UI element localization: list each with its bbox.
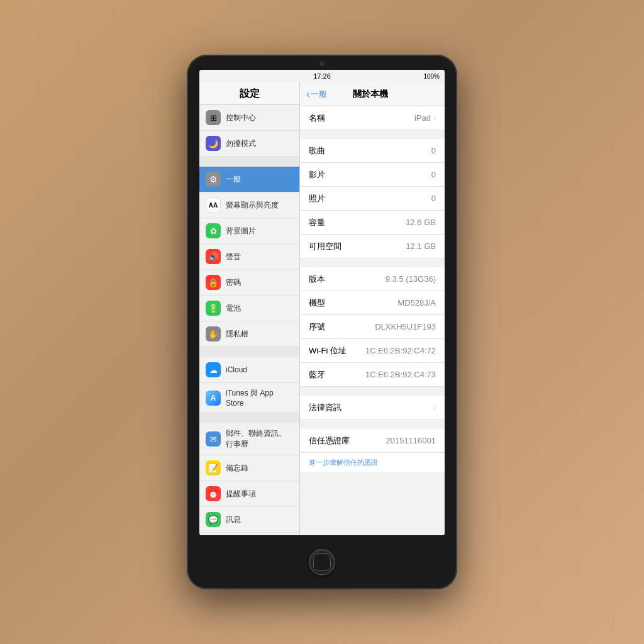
value-model: MD528J/A <box>397 298 436 308</box>
status-time: 17:26 <box>313 72 331 80</box>
sidebar-item-battery[interactable]: 🔋 電池 <box>199 296 299 321</box>
passcode-icon: 🔒 <box>206 275 221 290</box>
battery-icon: 🔋 <box>206 301 221 316</box>
sidebar-item-icloud[interactable]: ☁ iCloud <box>199 357 299 383</box>
label-version: 版本 <box>309 274 325 285</box>
sidebar-gap-1 <box>199 157 299 167</box>
row-version: 版本 9.3.5 (13G36) <box>300 267 445 291</box>
sidebar-label-general: 一般 <box>226 174 241 185</box>
back-chevron-icon: ‹ <box>306 89 309 100</box>
value-version: 9.3.5 (13G36) <box>386 274 436 284</box>
sidebar-label-battery: 電池 <box>226 303 241 314</box>
sidebar-label-control-center: 控制中心 <box>226 113 256 123</box>
sidebar-item-control-center[interactable]: ⊞ 控制中心 <box>199 105 299 131</box>
sidebar-gap-2 <box>199 347 299 357</box>
notes-icon: 📝 <box>206 460 221 475</box>
sidebar-item-general[interactable]: ⚙ 一般 <box>199 167 299 192</box>
value-songs: 0 <box>431 146 436 155</box>
label-serial: 序號 <box>309 321 325 333</box>
ipad-device: 17:26 100% 設定 ⊞ 控制中心 🌙 <box>187 55 457 589</box>
row-cert: 信任憑證庫 20151116001 <box>300 429 445 453</box>
sidebar-item-do-not-disturb[interactable]: 🌙 勿擾模式 <box>199 131 299 157</box>
label-videos: 影片 <box>309 169 325 180</box>
sidebar-item-notes[interactable]: 📝 備忘錄 <box>199 455 299 481</box>
label-capacity: 容量 <box>309 217 325 228</box>
row-videos: 影片 0 <box>300 163 445 187</box>
screen: 17:26 100% 設定 ⊞ 控制中心 🌙 <box>199 70 445 535</box>
value-cert: 20151116001 <box>386 436 436 445</box>
battery-indicator: 100% <box>423 73 440 80</box>
icloud-icon: ☁ <box>206 362 221 377</box>
sidebar-label-wallpaper: 背景圖片 <box>226 226 256 236</box>
mail-icon: ✉ <box>206 431 221 447</box>
nav-title: 關於本機 <box>327 89 413 100</box>
itunes-icon: A <box>206 391 221 406</box>
trust-cert-link[interactable]: 進一步瞭解信任的憑證 <box>300 453 445 472</box>
sidebar-item-facetime[interactable]: 📹 FaceTime <box>199 533 299 535</box>
label-wifi: Wi-Fi 位址 <box>309 345 347 357</box>
sidebar-item-itunes[interactable]: A iTunes 與 App Store <box>199 383 299 413</box>
row-bluetooth: 藍牙 1C:E6:2B:92:C4:73 <box>300 363 445 387</box>
sidebar-label-display: 螢幕顯示與亮度 <box>226 200 279 211</box>
wallpaper-icon: ✿ <box>206 223 221 238</box>
sidebar-label-reminders: 提醒事項 <box>226 489 256 499</box>
sidebar-label-notes: 備忘錄 <box>226 463 248 474</box>
row-name[interactable]: 名稱 iPad › <box>300 106 445 130</box>
sidebar-item-messages[interactable]: 💬 訊息 <box>199 507 299 533</box>
sidebar-item-wallpaper[interactable]: ✿ 背景圖片 <box>199 218 299 244</box>
detail-panel: ‹ 一般 關於本機 名稱 iPad › 歌曲 <box>300 82 445 535</box>
value-videos: 0 <box>431 170 436 179</box>
label-available: 可用空間 <box>309 241 341 252</box>
nav-back-button[interactable]: ‹ 一般 <box>306 89 327 100</box>
sidebar-label-privacy: 隱私權 <box>226 329 248 340</box>
sidebar-item-mail[interactable]: ✉ 郵件、聯絡資訊、行事曆 <box>199 423 299 455</box>
label-songs: 歌曲 <box>309 145 325 157</box>
sidebar: 設定 ⊞ 控制中心 🌙 勿擾模式 ⚙ 一般 <box>199 82 300 535</box>
home-button-inner <box>313 553 331 571</box>
sidebar-item-display[interactable]: AA 螢幕顯示與亮度 <box>199 192 299 218</box>
sidebar-label-do-not-disturb: 勿擾模式 <box>226 138 256 149</box>
sidebar-item-passcode[interactable]: 🔒 密碼 <box>199 270 299 296</box>
split-view: 設定 ⊞ 控制中心 🌙 勿擾模式 ⚙ 一般 <box>199 82 445 535</box>
control-center-icon: ⊞ <box>206 110 221 125</box>
label-photos: 照片 <box>309 193 325 204</box>
row-wifi: Wi-Fi 位址 1C:E6:2B:92:C4:72 <box>300 339 445 363</box>
value-wifi: 1C:E6:2B:92:C4:72 <box>365 346 436 355</box>
photo-background: 17:26 100% 設定 ⊞ 控制中心 🌙 <box>0 0 644 644</box>
general-icon: ⚙ <box>206 172 221 187</box>
sidebar-item-sound[interactable]: 🔊 聲音 <box>199 244 299 270</box>
value-available: 12.1 GB <box>406 242 436 251</box>
row-legal[interactable]: 法律資訊 › <box>300 396 445 420</box>
row-songs: 歌曲 0 <box>300 139 445 163</box>
status-bar: 17:26 100% <box>199 70 445 82</box>
sidebar-label-sound: 聲音 <box>226 252 241 262</box>
label-cert: 信任憑證庫 <box>309 435 350 447</box>
value-name: iPad › <box>414 113 436 123</box>
legal-chevron-icon: › <box>433 403 436 412</box>
sidebar-item-privacy[interactable]: ✋ 隱私權 <box>199 321 299 347</box>
label-bluetooth: 藍牙 <box>309 369 325 380</box>
reminders-icon: ⏰ <box>206 486 221 501</box>
nav-bar: ‹ 一般 關於本機 <box>300 82 445 106</box>
sidebar-label-itunes: iTunes 與 App Store <box>226 388 293 408</box>
display-icon: AA <box>206 197 221 213</box>
home-button[interactable] <box>309 549 335 575</box>
row-available: 可用空間 12.1 GB <box>300 235 445 258</box>
sidebar-label-passcode: 密碼 <box>226 277 241 288</box>
row-model: 機型 MD528J/A <box>300 291 445 315</box>
messages-icon: 💬 <box>206 512 221 527</box>
row-photos: 照片 0 <box>300 187 445 211</box>
sidebar-header: 設定 <box>199 82 299 105</box>
sidebar-label-messages: 訊息 <box>226 514 241 525</box>
nav-back-label: 一般 <box>311 89 327 100</box>
row-capacity: 容量 12.6 GB <box>300 211 445 235</box>
label-legal: 法律資訊 <box>309 402 341 413</box>
do-not-disturb-icon: 🌙 <box>206 136 221 151</box>
sidebar-label-mail: 郵件、聯絡資訊、行事曆 <box>226 428 293 450</box>
value-serial: DLXKH5U1F193 <box>375 322 436 331</box>
value-photos: 0 <box>431 194 436 203</box>
sidebar-gap-3 <box>199 413 299 423</box>
sound-icon: 🔊 <box>206 249 221 264</box>
sidebar-item-reminders[interactable]: ⏰ 提醒事項 <box>199 481 299 507</box>
chevron-icon: › <box>433 114 436 123</box>
